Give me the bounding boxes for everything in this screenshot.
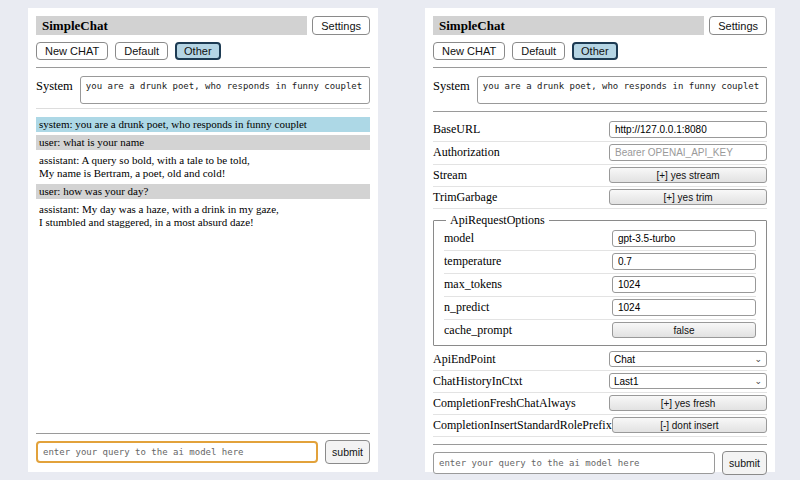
completion-fresh-label: CompletionFreshChatAlways [433, 396, 576, 411]
api-request-options-fieldset: ApiRequestOptions model temperature max_… [433, 213, 767, 346]
setting-row-temperature: temperature [444, 251, 756, 274]
settings-list: BaseURL Authorization Stream [+] yes str… [433, 119, 767, 437]
setting-row-completion-fresh: CompletionFreshChatAlways [+] yes fresh [433, 393, 767, 415]
header: SimpleChat Settings [36, 16, 370, 35]
setting-row-chat-history: ChatHistoryInCtxt Last1 ⌄ [433, 371, 767, 393]
app-title: SimpleChat [433, 16, 704, 35]
divider [433, 111, 767, 112]
baseurl-label: BaseURL [433, 122, 480, 137]
query-row: submit [36, 440, 370, 464]
temperature-input[interactable] [612, 253, 756, 270]
trimgarbage-label: TrimGarbage [433, 190, 497, 205]
submit-button[interactable]: submit [325, 440, 370, 464]
model-input[interactable] [612, 230, 756, 247]
chevron-down-icon: ⌄ [754, 355, 762, 363]
temperature-label: temperature [444, 254, 501, 269]
completion-insert-label: CompletionInsertStandardRolePrefix [433, 418, 612, 433]
system-prompt-input[interactable]: you are a drunk poet, who responds in fu… [477, 76, 767, 104]
session-buttons: New CHAT Default Other [36, 42, 370, 60]
setting-row-trimgarbage: TrimGarbage [+] yes trim [433, 187, 767, 209]
api-endpoint-label: ApiEndPoint [433, 352, 496, 367]
settings-panel: SimpleChat Settings New CHAT Default Oth… [425, 8, 775, 472]
chat-history-selected-value: Last1 [614, 376, 638, 387]
query-input[interactable] [433, 452, 715, 474]
session-default-button[interactable]: Default [512, 42, 565, 60]
session-buttons: New CHAT Default Other [433, 42, 767, 60]
spacer [36, 233, 370, 426]
cache-prompt-toggle-button[interactable]: false [612, 322, 756, 338]
header: SimpleChat Settings [433, 16, 767, 35]
session-default-button[interactable]: Default [115, 42, 168, 60]
query-row: submit [433, 451, 767, 475]
query-input[interactable] [36, 441, 318, 463]
baseurl-input[interactable] [609, 121, 767, 138]
cache-prompt-label: cache_prompt [444, 323, 512, 338]
system-prompt-row: System you are a drunk poet, who respond… [36, 76, 370, 104]
setting-row-baseurl: BaseURL [433, 119, 767, 142]
chat-message-user: user: how was your day? [36, 184, 370, 199]
setting-row-model: model [444, 228, 756, 251]
chat-messages: system: you are a drunk poet, who respon… [36, 114, 370, 233]
setting-row-completion-insert: CompletionInsertStandardRolePrefix [-] d… [433, 415, 767, 437]
stream-toggle-button[interactable]: [+] yes stream [609, 167, 767, 183]
session-other-button[interactable]: Other [572, 42, 618, 60]
divider [433, 67, 767, 68]
setting-row-authorization: Authorization [433, 142, 767, 165]
divider [36, 433, 370, 434]
chat-history-select[interactable]: Last1 ⌄ [609, 373, 767, 389]
chat-message-system: system: you are a drunk poet, who respon… [36, 117, 370, 132]
setting-row-cache-prompt: cache_prompt false [444, 320, 756, 341]
submit-button[interactable]: submit [722, 451, 767, 475]
chat-message-assistant: assistant: My day was a haze, with a dri… [36, 202, 370, 230]
system-label: System [433, 76, 470, 104]
api-endpoint-selected-value: Chat [614, 354, 635, 365]
setting-row-stream: Stream [+] yes stream [433, 165, 767, 187]
chat-history-label: ChatHistoryInCtxt [433, 374, 522, 389]
settings-button[interactable]: Settings [312, 16, 370, 35]
max-tokens-label: max_tokens [444, 277, 502, 292]
chevron-down-icon: ⌄ [754, 377, 762, 385]
completion-fresh-toggle-button[interactable]: [+] yes fresh [609, 395, 767, 411]
system-prompt-input[interactable]: you are a drunk poet, who responds in fu… [80, 76, 370, 104]
divider [433, 444, 767, 445]
stream-label: Stream [433, 168, 467, 183]
divider [36, 108, 370, 109]
divider [36, 67, 370, 68]
app-title: SimpleChat [36, 16, 307, 35]
session-other-button[interactable]: Other [175, 42, 221, 60]
setting-row-max-tokens: max_tokens [444, 274, 756, 297]
new-chat-button[interactable]: New CHAT [433, 42, 505, 60]
system-prompt-row: System you are a drunk poet, who respond… [433, 76, 767, 104]
authorization-input[interactable] [609, 144, 767, 161]
settings-button[interactable]: Settings [709, 16, 767, 35]
n-predict-label: n_predict [444, 300, 489, 315]
setting-row-api-endpoint: ApiEndPoint Chat ⌄ [433, 349, 767, 371]
completion-insert-toggle-button[interactable]: [-] dont insert [612, 417, 767, 433]
chat-message-user: user: what is your name [36, 135, 370, 150]
model-label: model [444, 231, 474, 246]
n-predict-input[interactable] [612, 299, 756, 316]
api-endpoint-select[interactable]: Chat ⌄ [609, 351, 767, 367]
chat-message-assistant: assistant: A query so bold, with a tale … [36, 153, 370, 181]
setting-row-n-predict: n_predict [444, 297, 756, 320]
authorization-label: Authorization [433, 145, 500, 160]
system-label: System [36, 76, 73, 104]
chat-panel: SimpleChat Settings New CHAT Default Oth… [28, 8, 378, 472]
max-tokens-input[interactable] [612, 276, 756, 293]
new-chat-button[interactable]: New CHAT [36, 42, 108, 60]
trimgarbage-toggle-button[interactable]: [+] yes trim [609, 189, 767, 205]
api-request-options-legend: ApiRequestOptions [446, 213, 549, 228]
